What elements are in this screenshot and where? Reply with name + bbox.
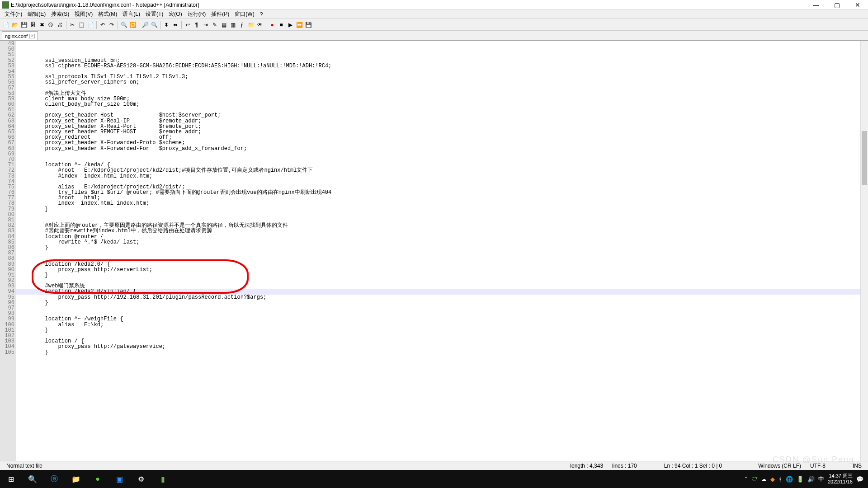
code-line[interactable]: ssl_protocols TLSv1 TLSv1.1 TLSv1.2 TLSv… bbox=[19, 74, 860, 80]
zoom-in-icon[interactable]: 🔎 bbox=[141, 21, 149, 29]
code-line[interactable] bbox=[19, 305, 860, 311]
find-icon[interactable]: 🔍 bbox=[120, 21, 128, 29]
code-line[interactable] bbox=[19, 311, 860, 316]
code-line[interactable] bbox=[19, 157, 860, 162]
vertical-scrollbar[interactable] bbox=[860, 41, 868, 461]
code-line[interactable]: rewrite ^.*$ /keda/ last; bbox=[19, 239, 860, 245]
zoom-out-icon[interactable]: 🔍 bbox=[150, 21, 158, 29]
browser-icon[interactable]: ● bbox=[87, 470, 108, 488]
folder-workspace-icon[interactable]: 📁 bbox=[247, 21, 255, 29]
close-all-icon[interactable]: ⛒ bbox=[47, 21, 55, 29]
save-macro-icon[interactable]: 💾 bbox=[304, 21, 312, 29]
taskbar-clock[interactable]: 14:37 周三 2022/11/16 bbox=[828, 473, 853, 485]
code-line[interactable] bbox=[19, 85, 860, 91]
app-icon-1[interactable]: ▣ bbox=[108, 470, 130, 488]
code-line[interactable] bbox=[19, 366, 860, 371]
code-line[interactable]: } bbox=[19, 206, 860, 212]
notepad-plus-plus-taskbar-icon[interactable]: ▮ bbox=[152, 470, 174, 488]
code-line[interactable]: } bbox=[19, 245, 860, 250]
doc-list-icon[interactable]: ▥ bbox=[229, 21, 237, 29]
code-line[interactable] bbox=[19, 355, 860, 361]
user-lang-icon[interactable]: ✎ bbox=[211, 21, 219, 29]
wordwrap-icon[interactable]: ↩ bbox=[184, 21, 192, 29]
maximize-button[interactable]: ▢ bbox=[826, 0, 847, 10]
code-line[interactable] bbox=[19, 278, 860, 283]
paste-icon[interactable]: 📄 bbox=[86, 21, 94, 29]
save-all-icon[interactable]: 🗄 bbox=[29, 21, 37, 29]
monitoring-icon[interactable]: 👁 bbox=[256, 21, 264, 29]
menu-item[interactable]: 搜索(S) bbox=[48, 9, 72, 19]
record-macro-icon[interactable]: ● bbox=[268, 21, 276, 29]
sync-vscroll-icon[interactable]: ⬍ bbox=[162, 21, 170, 29]
stop-macro-icon[interactable]: ■ bbox=[277, 21, 285, 29]
menu-item[interactable]: 设置(T) bbox=[143, 9, 166, 19]
copy-icon[interactable]: 📋 bbox=[77, 21, 85, 29]
code-line[interactable]: location @router { bbox=[19, 234, 860, 239]
code-line[interactable]: #web端门禁系统 bbox=[19, 283, 860, 289]
code-line[interactable]: #解决上传大文件 bbox=[19, 91, 860, 96]
tab-nginx-conf[interactable]: nginx.conf × bbox=[2, 31, 38, 40]
code-line[interactable]: #root E:/kdproject/project/kd2/dist;#项目文… bbox=[19, 168, 860, 173]
function-list-icon[interactable]: ƒ bbox=[238, 21, 246, 29]
code-line[interactable]: try_files $uri $uri/ @router; #需要指向下面的@r… bbox=[19, 190, 860, 195]
code-line[interactable]: ssl_ciphers ECDHE-RSA-AES128-GCM-SHA256:… bbox=[19, 63, 860, 69]
play-macro-icon[interactable]: ▶ bbox=[286, 21, 294, 29]
code-line[interactable]: proxy_set_header X-Forwarded-Proto $sche… bbox=[19, 140, 860, 145]
code-line[interactable]: index index.html index.htm; bbox=[19, 201, 860, 206]
menu-item[interactable]: 语言(L) bbox=[120, 9, 143, 19]
tray-bluetooth-icon[interactable]: ᚼ bbox=[778, 476, 782, 483]
open-file-icon[interactable]: 📂 bbox=[11, 21, 19, 29]
ie-icon[interactable]: ⓔ bbox=[43, 470, 65, 488]
cut-icon[interactable]: ✂ bbox=[68, 21, 76, 29]
code-line[interactable]: #index index.html index.htm; bbox=[19, 174, 860, 179]
menu-item[interactable]: 格式(M) bbox=[95, 9, 120, 19]
code-line[interactable] bbox=[19, 256, 860, 261]
replace-icon[interactable]: 🔁 bbox=[129, 21, 137, 29]
tray-volume-icon[interactable]: 🔊 bbox=[807, 476, 815, 483]
doc-map-icon[interactable]: ▤ bbox=[220, 21, 228, 29]
notification-icon[interactable]: 💬 bbox=[856, 476, 863, 483]
tray-ime-icon[interactable]: 中 bbox=[818, 475, 824, 483]
menu-item[interactable]: 视图(V) bbox=[72, 9, 95, 19]
start-button[interactable]: ⊞ bbox=[0, 470, 22, 488]
editor[interactable]: 4950515253545556575859606162636465666768… bbox=[0, 41, 868, 461]
code-line[interactable] bbox=[19, 151, 860, 157]
code-line[interactable]: } bbox=[19, 350, 860, 355]
play-multi-icon[interactable]: ⏩ bbox=[295, 21, 303, 29]
code-line[interactable]: location /keda2.0/xinlian/ { bbox=[19, 289, 860, 294]
app-icon-2[interactable]: ⚙ bbox=[130, 470, 152, 488]
code-line[interactable]: proxy_set_header Host $host:$server_port… bbox=[19, 113, 860, 118]
tray-security-icon[interactable]: 🛡 bbox=[751, 476, 757, 483]
scrollbar-thumb[interactable] bbox=[862, 131, 867, 185]
code-line[interactable]: location /keda2.0/ { bbox=[19, 262, 860, 267]
code-line[interactable]: location ^~ /weighFile { bbox=[19, 316, 860, 322]
code-line[interactable]: } bbox=[19, 328, 860, 333]
undo-icon[interactable]: ↶ bbox=[99, 21, 107, 29]
new-file-icon[interactable]: 📄 bbox=[2, 21, 10, 29]
code-line[interactable]: #因此需要rewrite到index.html中，然后交给路由在处理请求资源 bbox=[19, 228, 860, 234]
menu-item[interactable]: 编辑(E) bbox=[25, 9, 48, 19]
code-line[interactable]: client_body_buffer_size 100m; bbox=[19, 102, 860, 107]
code-line[interactable]: proxy_pass http://gatewayservice; bbox=[19, 344, 860, 349]
menu-item[interactable]: 窗口(W) bbox=[232, 9, 257, 19]
indent-guide-icon[interactable]: ⇥ bbox=[202, 21, 210, 29]
print-icon[interactable]: 🖨 bbox=[56, 21, 64, 29]
code-line[interactable] bbox=[19, 333, 860, 338]
tray-chevron-icon[interactable]: ˄ bbox=[745, 476, 748, 483]
close-button[interactable]: ✕ bbox=[847, 0, 868, 10]
minimize-button[interactable]: — bbox=[806, 0, 826, 10]
tray-battery-icon[interactable]: 🔋 bbox=[797, 476, 804, 483]
code-line[interactable] bbox=[19, 361, 860, 366]
tab-close-icon[interactable]: × bbox=[29, 34, 35, 38]
search-icon[interactable]: 🔍 bbox=[22, 470, 43, 488]
code-line[interactable]: proxy_pass http://serverList; bbox=[19, 267, 860, 272]
redo-icon[interactable]: ↷ bbox=[108, 21, 116, 29]
tray-onedrive-icon[interactable]: ☁ bbox=[761, 476, 767, 483]
tray-app-icon[interactable]: ◆ bbox=[770, 476, 775, 483]
save-icon[interactable]: 💾 bbox=[20, 21, 28, 29]
close-file-icon[interactable]: ✖ bbox=[38, 21, 46, 29]
menu-item[interactable]: 插件(P) bbox=[208, 9, 232, 19]
code-line[interactable] bbox=[19, 212, 860, 217]
menu-item[interactable]: 文件(F) bbox=[2, 9, 25, 19]
menu-item[interactable]: 运行(R) bbox=[185, 9, 209, 19]
